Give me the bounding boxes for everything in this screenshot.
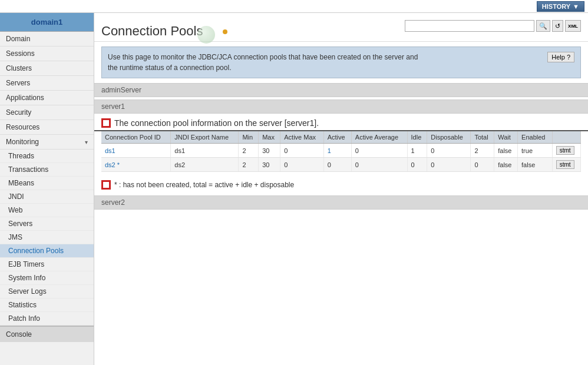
sidebar-item-system-info[interactable]: System Info: [0, 271, 94, 285]
sidebar-item-security[interactable]: Security: [0, 105, 94, 120]
cell-active-2: 0: [323, 158, 351, 172]
sidebar-console[interactable]: Console: [0, 326, 94, 342]
cell-max-2: 30: [259, 158, 280, 172]
cell-active-1: 1: [323, 144, 351, 158]
cell-jndi-1: ds1: [171, 144, 239, 158]
cell-idle-2: 0: [407, 158, 427, 172]
pool-icon: [101, 118, 111, 128]
cell-stmt-2: stmt: [552, 158, 580, 172]
note-icon: [101, 180, 111, 190]
sidebar-item-sessions[interactable]: Sessions: [0, 47, 94, 61]
pool-note: * : has not been created, total = active…: [94, 177, 588, 193]
search-button[interactable]: 🔍: [536, 20, 550, 32]
dot-decoration: [223, 29, 227, 34]
table-container: Connection Pool ID JNDI Export Name Min …: [94, 131, 588, 172]
sidebar-item-applications[interactable]: Applications: [0, 91, 94, 105]
col-wait: Wait: [494, 131, 518, 144]
cell-min-1: 2: [239, 144, 259, 158]
top-bar: HISTORY ▼: [0, 0, 588, 13]
cell-actavg-1: 0: [351, 144, 407, 158]
cell-total-2: 0: [471, 158, 494, 172]
search-input[interactable]: [405, 20, 534, 32]
col-pool-id: Connection Pool ID: [101, 131, 171, 144]
cell-jndi-2: ds2: [171, 158, 239, 172]
sidebar-item-domain[interactable]: Domain: [0, 32, 94, 47]
stmt-button-2[interactable]: stmt: [556, 160, 574, 169]
cell-max-1: 30: [259, 144, 280, 158]
cell-pool-id-2[interactable]: ds2 *: [101, 158, 171, 172]
col-enabled: Enabled: [518, 131, 553, 144]
content-area: Connection Pools 🔍 ↺ XML Use this page t…: [94, 13, 588, 365]
sidebar-item-mbeans[interactable]: MBeans: [0, 177, 94, 190]
sidebar-item-patch-info[interactable]: Patch Info: [0, 312, 94, 326]
pool-header: The connection pool information on the s…: [94, 114, 588, 131]
col-active: Active: [323, 131, 351, 144]
col-active-avg: Active Average: [351, 131, 407, 144]
header-controls: 🔍 ↺ XML: [405, 20, 581, 32]
sidebar-monitoring-section[interactable]: Monitoring ▾: [0, 135, 94, 150]
col-jndi-name: JNDI Export Name: [171, 131, 239, 144]
help-button[interactable]: Help ?: [547, 52, 574, 62]
pool-icon-inner: [103, 120, 109, 126]
info-banner: Use this page to monitor the JDBC/JCA co…: [101, 47, 581, 78]
cell-enabled-2: false: [518, 158, 553, 172]
server2-label: server2: [94, 195, 588, 210]
col-disposable: Disposable: [427, 131, 471, 144]
sidebar-title[interactable]: domain1: [0, 13, 94, 32]
history-button[interactable]: HISTORY ▼: [537, 1, 584, 12]
history-label: HISTORY: [542, 3, 570, 10]
content-header: Connection Pools 🔍 ↺ XML: [94, 13, 588, 42]
adminserver-label: adminServer: [94, 83, 588, 97]
info-text: Use this page to monitor the JDBC/JCA co…: [108, 52, 541, 73]
sidebar-item-resources[interactable]: Resources: [0, 120, 94, 135]
history-arrow: ▼: [573, 3, 579, 10]
sidebar-item-threads[interactable]: Threads: [0, 150, 94, 163]
col-min: Min: [239, 131, 259, 144]
cell-idle-1: 1: [407, 144, 427, 158]
monitoring-arrow: ▾: [85, 139, 88, 145]
sidebar-item-web[interactable]: Web: [0, 204, 94, 217]
monitoring-label: Monitoring: [6, 138, 39, 146]
sidebar-item-clusters[interactable]: Clusters: [0, 61, 94, 76]
col-active-max: Active Max: [280, 131, 323, 144]
cell-actmax-1: 0: [280, 144, 323, 158]
sidebar-item-jms[interactable]: JMS: [0, 231, 94, 244]
col-idle: Idle: [407, 131, 427, 144]
cell-actavg-2: 0: [351, 158, 407, 172]
sidebar-item-server-logs[interactable]: Server Logs: [0, 285, 94, 298]
cell-disp-2: 0: [427, 158, 471, 172]
col-stmt: [552, 131, 580, 144]
cell-enabled-1: true: [518, 144, 553, 158]
sidebar-item-servers-mon[interactable]: Servers: [0, 217, 94, 231]
sidebar: domain1 Domain Sessions Clusters Servers…: [0, 13, 94, 365]
sidebar-item-connection-pools[interactable]: Connection Pools: [0, 244, 94, 258]
content-wrapper: Connection Pools 🔍 ↺ XML Use this page t…: [94, 13, 588, 210]
sidebar-item-statistics[interactable]: Statistics: [0, 298, 94, 312]
col-total: Total: [471, 131, 494, 144]
note-icon-inner: [103, 182, 109, 188]
stmt-button-1[interactable]: stmt: [556, 146, 574, 155]
cell-wait-1: false: [494, 144, 518, 158]
refresh-button[interactable]: ↺: [552, 20, 563, 32]
sidebar-item-ejb-timers[interactable]: EJB Timers: [0, 258, 94, 271]
cell-min-2: 2: [239, 158, 259, 172]
main-layout: domain1 Domain Sessions Clusters Servers…: [0, 13, 588, 365]
cell-disp-1: 0: [427, 144, 471, 158]
table-header-row: Connection Pool ID JNDI Export Name Min …: [101, 131, 581, 144]
pool-title: The connection pool information on the s…: [114, 118, 319, 128]
cell-wait-2: false: [494, 158, 518, 172]
cell-pool-id-1[interactable]: ds1: [101, 144, 171, 158]
sidebar-item-servers[interactable]: Servers: [0, 76, 94, 91]
help-icon: ?: [567, 54, 570, 61]
cell-total-1: 2: [471, 144, 494, 158]
table-row: ds1 ds1 2 30 0 1 0 1 0 2 false true: [101, 144, 581, 158]
sidebar-item-transactions[interactable]: Transactions: [0, 163, 94, 177]
sidebar-item-jndi[interactable]: JNDI: [0, 190, 94, 204]
table-row: ds2 * ds2 2 30 0 0 0 0 0 0 false false: [101, 158, 581, 172]
page-title: Connection Pools: [101, 24, 203, 39]
col-max: Max: [259, 131, 280, 144]
circle-decoration: [197, 26, 215, 44]
connection-pool-table: Connection Pool ID JNDI Export Name Min …: [101, 131, 581, 172]
cell-stmt-1: stmt: [552, 144, 580, 158]
xml-button[interactable]: XML: [565, 20, 581, 32]
